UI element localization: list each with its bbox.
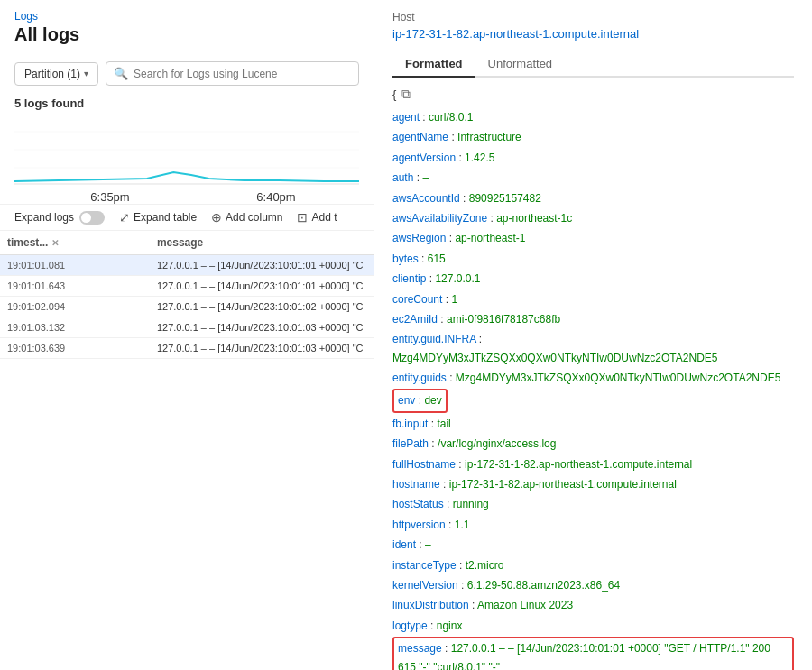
logs-table: timest... ✕ message 19:01:01.081 127.0.0… bbox=[0, 231, 374, 359]
field-key: entity.guid.INFRA bbox=[392, 333, 475, 345]
chart-svg bbox=[14, 114, 359, 186]
chevron-down-icon: ▾ bbox=[84, 69, 88, 78]
json-field: awsAvailabilityZone : ap-northeast-1c bbox=[392, 208, 794, 228]
expand-table-label: Expand table bbox=[134, 211, 197, 224]
breadcrumb-link[interactable]: Logs bbox=[14, 10, 38, 23]
json-field: auth : – bbox=[392, 168, 794, 188]
timestamp-col-label: timest... bbox=[7, 236, 48, 249]
json-field: bytes : 615 bbox=[392, 249, 794, 269]
field-value: dev bbox=[424, 394, 441, 407]
field-key: agent bbox=[392, 111, 420, 124]
field-value: ip-172-31-1-82.ap-northeast-1.compute.in… bbox=[449, 478, 677, 491]
field-key: entity.guids bbox=[392, 372, 447, 384]
field-key: fullHostname bbox=[392, 458, 456, 471]
table-row[interactable]: 19:01:01.081 127.0.0.1 – – [14/Jun/2023:… bbox=[0, 255, 374, 276]
timestamp-column-header: timest... ✕ bbox=[0, 231, 150, 255]
field-value: – bbox=[422, 171, 429, 184]
tab-formatted[interactable]: Formatted bbox=[392, 51, 475, 78]
json-field: clientip : 127.0.0.1 bbox=[392, 269, 794, 289]
field-colon: : bbox=[446, 519, 455, 531]
chart-x-label-2: 6:40pm bbox=[256, 190, 295, 204]
field-value: ip-172-31-1-82.ap-northeast-1.compute.in… bbox=[465, 458, 692, 471]
field-colon: : bbox=[419, 252, 428, 265]
json-field: entity.guids : Mzg4MDYyM3xJTkZSQXx0QXw0N… bbox=[392, 368, 794, 388]
field-colon: : bbox=[416, 538, 425, 551]
tab-unformatted[interactable]: Unformatted bbox=[475, 51, 566, 78]
field-key: clientip bbox=[392, 272, 426, 285]
field-value: – bbox=[425, 538, 431, 551]
field-colon: : bbox=[457, 559, 466, 572]
add-column-button[interactable]: ⊕ Add column bbox=[211, 210, 282, 225]
field-key: instanceType bbox=[392, 559, 457, 572]
partition-button[interactable]: Partition (1) ▾ bbox=[14, 62, 98, 86]
field-key: filePath bbox=[392, 437, 429, 450]
field-key: fb.input bbox=[392, 418, 428, 430]
right-panel: Host ip-172-31-1-82.ap-northeast-1.compu… bbox=[374, 0, 812, 670]
json-field: entity.guid.INFRA : Mzg4MDYyM3xJTkZSQXx0… bbox=[392, 329, 794, 368]
expand-logs-label: Expand logs bbox=[14, 211, 74, 224]
json-field: message : 127.0.0.1 – – [14/Jun/2023:10:… bbox=[392, 636, 794, 670]
search-bar[interactable]: 🔍 bbox=[106, 61, 359, 86]
json-field: agentVersion : 1.42.5 bbox=[392, 148, 794, 168]
field-value: ami-0f9816f78187c68fb bbox=[447, 313, 560, 326]
table-row[interactable]: 19:01:02.094 127.0.0.1 – – [14/Jun/2023:… bbox=[0, 297, 374, 317]
toggle-thumb bbox=[81, 213, 91, 223]
add-column-label: Add column bbox=[226, 211, 282, 224]
toolbar: Partition (1) ▾ 🔍 bbox=[0, 54, 374, 93]
field-value: tail bbox=[437, 418, 450, 430]
field-value: nginx bbox=[437, 620, 463, 632]
field-value: ap-northeast-1c bbox=[496, 212, 572, 225]
json-field: awsRegion : ap-northeast-1 bbox=[392, 228, 794, 248]
json-field: ec2AmiId : ami-0f9816f78187c68fb bbox=[392, 309, 794, 329]
field-colon: : bbox=[429, 437, 438, 450]
field-colon: : bbox=[428, 418, 437, 430]
field-key: linuxDistribution bbox=[392, 599, 469, 611]
table-row[interactable]: 19:01:03.639 127.0.0.1 – – [14/Jun/2023:… bbox=[0, 338, 374, 359]
expand-logs-control: Expand logs bbox=[14, 211, 105, 225]
search-icon: 🔍 bbox=[114, 67, 128, 80]
cell-timestamp: 19:01:01.081 bbox=[0, 255, 150, 276]
field-value: running bbox=[453, 498, 489, 510]
field-value: Infrastructure bbox=[457, 131, 521, 143]
json-field: fb.input : tail bbox=[392, 414, 794, 434]
json-field: agentName : Infrastructure bbox=[392, 127, 794, 147]
chart-x-labels: 6:35pm 6:40pm bbox=[27, 188, 359, 204]
add-button[interactable]: ⊡ Add t bbox=[297, 210, 337, 225]
expand-logs-toggle[interactable] bbox=[79, 211, 105, 225]
field-key: httpversion bbox=[392, 519, 446, 531]
field-value: 6.1.29-50.88.amzn2023.x86_64 bbox=[467, 579, 620, 592]
copy-icon[interactable]: ⧉ bbox=[401, 87, 411, 102]
field-colon: : bbox=[487, 212, 496, 225]
field-key: ident bbox=[392, 538, 416, 551]
field-colon: : bbox=[420, 111, 429, 124]
close-timestamp-icon[interactable]: ✕ bbox=[51, 238, 59, 248]
expand-table-button[interactable]: ⤢ Expand table bbox=[119, 210, 197, 225]
field-colon: : bbox=[415, 394, 424, 407]
field-colon: : bbox=[428, 620, 437, 632]
field-colon: : bbox=[442, 642, 451, 655]
json-field: kernelVersion : 6.1.29-50.88.amzn2023.x8… bbox=[392, 575, 794, 595]
cell-message: 127.0.0.1 – – [14/Jun/2023:10:01:02 +000… bbox=[150, 297, 374, 317]
table-row[interactable]: 19:01:03.132 127.0.0.1 – – [14/Jun/2023:… bbox=[0, 317, 374, 338]
expand-icon: ⤢ bbox=[119, 210, 130, 225]
field-colon: : bbox=[413, 171, 422, 184]
json-field: agent : curl/8.0.1 bbox=[392, 107, 794, 127]
json-field: hostStatus : running bbox=[392, 494, 794, 514]
field-colon: : bbox=[426, 272, 435, 285]
logs-table-container: timest... ✕ message 19:01:01.081 127.0.0… bbox=[0, 231, 374, 670]
field-value: Amazon Linux 2023 bbox=[477, 599, 573, 611]
cell-message: 127.0.0.1 – – [14/Jun/2023:10:01:01 +000… bbox=[150, 255, 374, 276]
field-colon: : bbox=[442, 293, 451, 306]
message-col-label: message bbox=[157, 236, 203, 249]
field-value: 1.42.5 bbox=[465, 151, 494, 164]
field-colon: : bbox=[456, 151, 465, 164]
cell-timestamp: 19:01:01.643 bbox=[0, 276, 150, 297]
cell-timestamp: 19:01:03.132 bbox=[0, 317, 150, 338]
cell-message: 127.0.0.1 – – [14/Jun/2023:10:01:03 +000… bbox=[150, 338, 374, 359]
add-label: Add t bbox=[311, 211, 337, 224]
json-field: linuxDistribution : Amazon Linux 2023 bbox=[392, 595, 794, 615]
search-input[interactable] bbox=[134, 68, 351, 80]
table-row[interactable]: 19:01:01.643 127.0.0.1 – – [14/Jun/2023:… bbox=[0, 276, 374, 297]
json-field: env : dev bbox=[392, 388, 794, 413]
field-value: 127.0.0.1 – – [14/Jun/2023:10:01:01 +000… bbox=[398, 642, 770, 670]
